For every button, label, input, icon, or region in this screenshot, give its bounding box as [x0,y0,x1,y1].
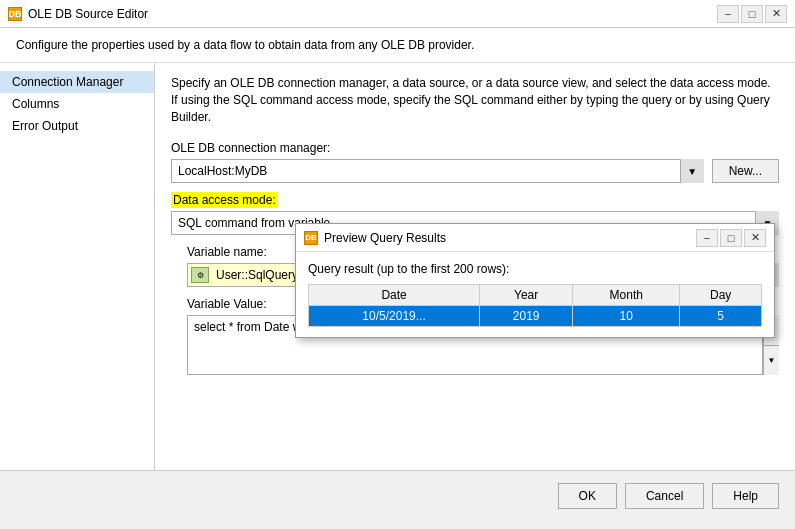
description-bar: Configure the properties used by a data … [0,28,795,63]
content-description: Specify an OLE DB connection manager, a … [171,75,779,125]
app-icon-text: DB [9,9,22,19]
bottom-bar: OK Cancel Help [0,470,795,520]
popup-cell-year: 2019 [480,306,573,327]
oledb-label: OLE DB connection manager: [171,141,779,155]
sidebar-item-error-output[interactable]: Error Output [0,115,154,137]
title-controls: − □ ✕ [717,5,787,23]
window-title: OLE DB Source Editor [28,7,148,21]
oledb-dropdown-wrapper: LocalHost:MyDB ▼ [171,159,704,183]
description-text: Configure the properties used by a data … [16,38,474,52]
popup-icon-text: DB [305,233,317,242]
oledb-row: LocalHost:MyDB ▼ New... [171,159,779,183]
cancel-button[interactable]: Cancel [625,483,704,509]
popup-col-year: Year [480,285,573,306]
popup-cell-day: 5 [680,306,762,327]
title-bar-left: DB OLE DB Source Editor [8,7,148,21]
maximize-button[interactable]: □ [741,5,763,23]
sidebar: Connection Manager Columns Error Output [0,63,155,470]
popup-close-button[interactable]: ✕ [744,229,766,247]
preview-popup: DB Preview Query Results − □ ✕ Query res… [295,223,775,338]
oledb-field-group: OLE DB connection manager: LocalHost:MyD… [171,141,779,183]
popup-controls: − □ ✕ [696,229,766,247]
popup-title-bar: DB Preview Query Results − □ ✕ [296,224,774,252]
close-button[interactable]: ✕ [765,5,787,23]
ok-button[interactable]: OK [558,483,617,509]
popup-col-date: Date [309,285,480,306]
popup-cell-date: 10/5/2019... [309,306,480,327]
data-access-label: Data access mode: [171,193,779,207]
content-area: Specify an OLE DB connection manager, a … [155,63,795,470]
minimize-button[interactable]: − [717,5,739,23]
oledb-dropdown[interactable]: LocalHost:MyDB [171,159,704,183]
popup-content: Query result (up to the first 200 rows):… [296,252,774,337]
popup-title-text: Preview Query Results [324,231,446,245]
popup-desc-count: 200 [453,262,473,276]
popup-col-day: Day [680,285,762,306]
popup-table-row: 10/5/2019...2019105 [309,306,762,327]
app-icon: DB [8,7,22,21]
popup-table: Date Year Month Day 10/5/2019...2019105 [308,284,762,327]
popup-description: Query result (up to the first 200 rows): [308,262,762,276]
popup-desc-prefix: Query result (up to the first [308,262,453,276]
popup-table-header-row: Date Year Month Day [309,285,762,306]
popup-maximize-button[interactable]: □ [720,229,742,247]
help-button[interactable]: Help [712,483,779,509]
new-button[interactable]: New... [712,159,779,183]
popup-title-left: DB Preview Query Results [304,231,446,245]
main-layout: Connection Manager Columns Error Output … [0,63,795,470]
popup-minimize-button[interactable]: − [696,229,718,247]
title-bar: DB OLE DB Source Editor − □ ✕ [0,0,795,28]
data-access-label-text: Data access mode: [171,192,278,208]
sidebar-item-columns[interactable]: Columns [0,93,154,115]
popup-icon: DB [304,231,318,245]
scroll-down-button[interactable]: ▼ [764,346,779,376]
popup-col-month: Month [573,285,680,306]
popup-cell-month: 10 [573,306,680,327]
sidebar-item-connection-manager[interactable]: Connection Manager [0,71,154,93]
popup-desc-suffix: rows): [473,262,509,276]
